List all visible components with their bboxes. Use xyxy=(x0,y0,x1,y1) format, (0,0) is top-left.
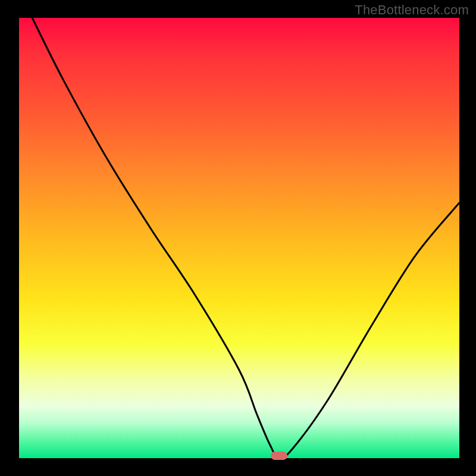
minimum-marker xyxy=(271,452,287,460)
bottleneck-curve xyxy=(19,18,459,458)
watermark-text: TheBottleneck.com xyxy=(355,2,469,18)
plot-area xyxy=(19,18,459,458)
chart-frame: TheBottleneck.com xyxy=(0,0,476,476)
